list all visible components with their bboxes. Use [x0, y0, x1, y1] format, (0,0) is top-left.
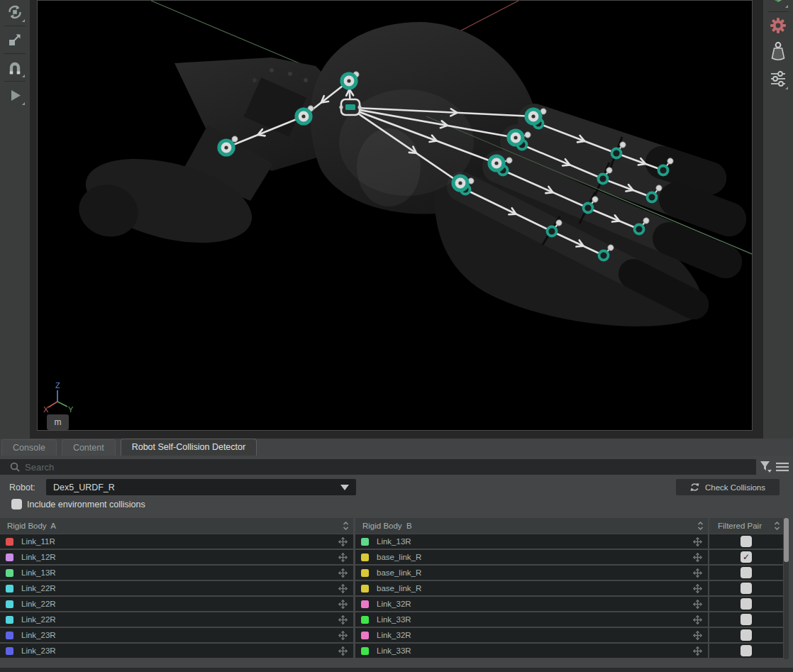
table-row[interactable]: Link_23R Link_32R — [0, 628, 783, 642]
axis-label-z: Z — [55, 381, 60, 390]
scale-tool-button[interactable] — [0, 28, 30, 52]
focus-crosshair-button[interactable] — [693, 615, 702, 624]
rigid-body-a-cell[interactable]: Link_22R — [0, 597, 353, 611]
check-collisions-button[interactable]: Check Collisions — [676, 479, 780, 495]
column-header-filtered-pair[interactable]: Filtered Pair — [709, 518, 783, 534]
focus-crosshair-button[interactable] — [338, 537, 348, 546]
focus-crosshair-button[interactable] — [693, 553, 702, 562]
tab-content[interactable]: Content — [62, 439, 116, 456]
include-environment-checkbox[interactable] — [11, 499, 22, 509]
cube-tool-button[interactable] — [763, 0, 793, 10]
preferences-button[interactable] — [763, 66, 793, 92]
table-scrollbar[interactable] — [784, 518, 789, 659]
rigid-body-b-cell[interactable]: Link_33R — [355, 612, 708, 627]
focus-crosshair-button[interactable] — [338, 615, 348, 624]
filtered-pair-checkbox[interactable] — [741, 629, 752, 641]
chevron-down-icon — [340, 485, 349, 490]
filter-button[interactable] — [760, 461, 772, 474]
focus-crosshair-button[interactable] — [693, 537, 702, 546]
rigid-body-b-cell[interactable]: Link_32R — [355, 597, 708, 611]
rigid-body-a-label: Link_23R — [21, 646, 56, 655]
focus-crosshair-button[interactable] — [693, 568, 702, 578]
table-row[interactable]: Link_22R Link_32R — [0, 597, 783, 611]
table-row[interactable]: Link_23R Link_33R — [0, 644, 783, 658]
column-header-rigid-body-b[interactable]: Rigid Body B — [355, 518, 708, 534]
rigid-body-a-cell[interactable]: Link_11R — [0, 534, 353, 549]
settings-button[interactable] — [763, 13, 793, 38]
rigid-body-a-label: Link_22R — [21, 600, 56, 608]
rigid-body-a-cell[interactable]: Link_22R — [0, 612, 353, 627]
link-color-chip — [6, 632, 13, 639]
robot-dropdown[interactable]: Dex5_URDF_R — [46, 479, 356, 495]
focus-crosshair-button[interactable] — [338, 584, 348, 593]
focus-crosshair-button[interactable] — [338, 568, 348, 578]
scrollbar-thumb[interactable] — [784, 518, 789, 562]
horizontal-scroll-track[interactable] — [0, 668, 793, 672]
table-row[interactable]: Link_12R base_link_R — [0, 550, 783, 564]
focus-crosshair-button[interactable] — [693, 646, 702, 656]
rigid-body-b-label: Link_33R — [377, 646, 411, 655]
rigid-body-b-label: Link_33R — [377, 615, 411, 624]
focus-crosshair-button[interactable] — [338, 631, 348, 640]
toolbar-separator — [4, 26, 26, 26]
rigid-body-b-label: Link_32R — [377, 600, 411, 608]
bottom-panel: Console Content Robot Self-Collision Det… — [0, 439, 793, 672]
rigid-body-a-cell[interactable]: Link_22R — [0, 581, 353, 595]
focus-crosshair-button[interactable] — [338, 600, 348, 609]
rotate-tool-button[interactable] — [0, 0, 30, 24]
table-row[interactable]: Link_11R Link_13R — [0, 534, 783, 549]
filtered-pair-cell — [709, 644, 783, 658]
rigid-body-b-cell[interactable]: base_link_R — [355, 566, 708, 580]
focus-crosshair-button[interactable] — [338, 553, 348, 562]
table-header: Rigid Body A Rigid Body B Filtered Pair — [0, 518, 783, 534]
search-input[interactable] — [25, 462, 720, 473]
rigid-body-a-cell[interactable]: Link_23R — [0, 628, 353, 642]
table-row[interactable]: Link_22R Link_33R — [0, 612, 783, 627]
search-box[interactable] — [0, 459, 756, 475]
table-row[interactable]: Link_13R base_link_R — [0, 566, 783, 580]
search-icon — [10, 462, 20, 472]
viewport-3d[interactable]: Z X Y m — [37, 0, 753, 431]
rigid-body-b-cell[interactable]: base_link_R — [355, 550, 708, 564]
filtered-pair-checkbox[interactable] — [741, 536, 752, 547]
focus-crosshair-button[interactable] — [693, 584, 702, 593]
filtered-pair-checkbox[interactable]: ✓ — [741, 551, 752, 563]
filtered-pair-checkbox[interactable] — [741, 567, 752, 578]
filtered-pair-checkbox[interactable] — [741, 583, 752, 594]
left-toolbar — [0, 0, 30, 439]
physics-weight-button[interactable] — [763, 38, 793, 66]
pair-rows: Link_11R Link_13R — [0, 534, 783, 658]
focus-crosshair-button[interactable] — [693, 631, 702, 640]
panel-menu-button[interactable] — [776, 462, 789, 472]
focus-crosshair-button[interactable] — [338, 646, 348, 656]
filtered-pair-checkbox[interactable] — [741, 598, 752, 610]
filtered-pair-cell — [709, 566, 783, 580]
filtered-pair-cell — [709, 628, 783, 642]
rigid-body-a-cell[interactable]: Link_13R — [0, 566, 353, 580]
rigid-body-b-cell[interactable]: base_link_R — [355, 581, 708, 595]
tab-console[interactable]: Console — [1, 439, 57, 456]
focus-crosshair-button[interactable] — [693, 600, 702, 609]
filtered-pair-checkbox[interactable] — [741, 614, 752, 625]
column-header-rigid-body-a[interactable]: Rigid Body A — [0, 518, 353, 534]
filtered-pair-cell: ✓ — [709, 550, 783, 564]
rigid-body-b-cell[interactable]: Link_13R — [355, 534, 708, 549]
units-button[interactable]: m — [47, 414, 69, 430]
rigid-body-b-cell[interactable]: Link_32R — [355, 628, 708, 642]
rigid-body-a-cell[interactable]: Link_23R — [0, 644, 353, 658]
link-color-chip — [6, 569, 13, 577]
flyout-indicator — [22, 102, 25, 105]
filtered-pair-checkbox[interactable] — [741, 645, 752, 656]
rigid-body-b-cell[interactable]: Link_33R — [355, 644, 708, 658]
rigid-body-a-cell[interactable]: Link_12R — [0, 550, 353, 564]
table-row[interactable]: Link_22R base_link_R — [0, 581, 783, 595]
axis-label-y: Y — [68, 405, 74, 414]
refresh-icon — [690, 483, 699, 492]
tab-robot-self-collision-detector[interactable]: Robot Self-Collision Detector — [121, 439, 257, 456]
filtered-pair-cell — [709, 581, 783, 595]
rigid-body-a-label: Link_22R — [21, 615, 56, 624]
play-button[interactable] — [0, 83, 30, 107]
rigid-body-a-label: Link_22R — [21, 584, 56, 593]
snap-tool-button[interactable] — [0, 55, 30, 79]
toolbar-separator — [767, 11, 789, 12]
